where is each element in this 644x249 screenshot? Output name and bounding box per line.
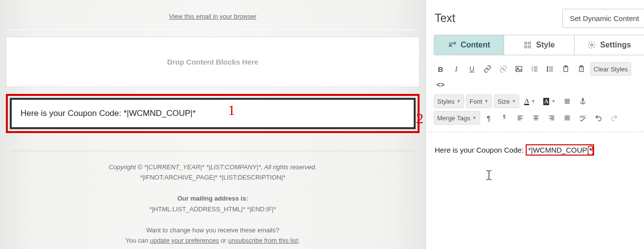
footer-or: or [219, 237, 228, 244]
svg-point-19 [547, 70, 548, 71]
panel-header: Text Set Dynamic Content [426, 0, 644, 35]
annotation-1: 1 [228, 102, 235, 118]
source-code-button[interactable]: <> [434, 78, 447, 91]
view-in-browser-row: View this email in your browser [0, 0, 425, 29]
svg-point-17 [547, 67, 548, 68]
content-icon [448, 41, 457, 49]
image-button[interactable] [512, 62, 526, 76]
tab-content[interactable]: Content [434, 35, 504, 55]
panel-title: Text [435, 12, 455, 25]
anchor-button[interactable] [576, 94, 590, 108]
pilcrow-button[interactable]: ¶ [482, 111, 496, 125]
bg-color-button[interactable]: A▼ [540, 94, 559, 108]
undo-button[interactable] [592, 111, 605, 125]
tab-content-label: Content [461, 41, 490, 49]
svg-text:3: 3 [532, 69, 533, 72]
coupon-text: Here is your Coupon Code: *|WCMND_COUP|* [10, 98, 416, 129]
svg-point-2 [525, 46, 527, 48]
footer-ifnot: *|IFNOT:ARCHIVE_PAGE|* *|LIST:DESCRIPTIO… [140, 174, 285, 181]
unordered-list-button[interactable] [543, 62, 557, 76]
merge-tags-dropdown[interactable]: Merge Tags▼ [434, 111, 480, 125]
unlink-button[interactable] [496, 62, 510, 76]
annotation-2: 2 [416, 110, 423, 127]
size-dropdown[interactable]: Size▼ [494, 94, 519, 108]
spellcheck-button[interactable]: ABC [576, 111, 590, 125]
footer-copyright: Copyright © *|CURRENT_YEAR|* *|LIST:COMP… [109, 163, 316, 171]
tab-style-label: Style [536, 41, 555, 49]
align-left-button[interactable] [513, 111, 527, 125]
align-center-button[interactable] [529, 111, 543, 125]
paste-text-button[interactable]: T [575, 62, 588, 76]
footer-mailing-header: Our mailing address is: [178, 195, 248, 202]
svg-point-29 [582, 98, 584, 100]
tab-settings[interactable]: Settings [575, 35, 644, 55]
align-right-button[interactable] [545, 111, 558, 125]
editor-merge-tag: *|WCMND_COUP|* [526, 144, 594, 156]
align-full-button[interactable] [560, 111, 574, 125]
text-color-button[interactable]: A▼ [521, 94, 538, 108]
svg-point-3 [529, 46, 531, 48]
styles-dropdown[interactable]: Styles▼ [434, 94, 464, 108]
align-justify-button[interactable] [560, 94, 574, 108]
clear-styles-button[interactable]: Clear Styles [590, 62, 631, 76]
style-icon [523, 41, 532, 49]
bold-button[interactable]: B [434, 62, 447, 76]
svg-text:ABC: ABC [579, 115, 586, 118]
footer-change: Want to change how you receive these ema… [146, 226, 279, 234]
text-cursor-icon [486, 170, 492, 180]
svg-text:T: T [581, 68, 583, 71]
ltr-button[interactable] [498, 111, 511, 125]
svg-point-0 [525, 42, 527, 45]
link-button[interactable] [481, 62, 494, 76]
unsubscribe-link[interactable]: unsubscribe from this list [228, 237, 298, 244]
tab-settings-label: Settings [600, 41, 631, 49]
email-canvas: View this email in your browser Drop Con… [0, 0, 425, 249]
svg-rect-6 [516, 67, 522, 72]
spacer [6, 29, 420, 30]
tab-style[interactable]: Style [504, 35, 574, 55]
footer-youcan: You can [126, 237, 150, 244]
footer-mailing: *|HTML:LIST_ADDRESS_HTML|* *|END:IF|* [149, 205, 276, 213]
view-in-browser-link[interactable]: View this email in your browser [169, 13, 257, 20]
redo-button[interactable] [607, 111, 621, 125]
settings-icon [587, 41, 596, 49]
underline-button[interactable]: U [465, 62, 479, 76]
svg-point-4 [591, 44, 593, 46]
footer-period: . [298, 237, 300, 244]
italic-button[interactable]: I [449, 62, 463, 76]
text-editor-area[interactable]: Here is your Coupon Code: *|WCMND_COUP|*… [426, 132, 644, 230]
rich-text-toolbar: B I U 123 T Clear Styles <> Styles▼ Font… [426, 60, 644, 132]
divider [11, 151, 415, 151]
editor-text-prefix: Here is your Coupon Code: [435, 146, 526, 154]
panel-tabs: Content Style Settings [434, 35, 644, 55]
annotation-3: 3 [587, 142, 595, 158]
drop-zone[interactable]: Drop Content Blocks Here [6, 37, 420, 87]
font-dropdown[interactable]: Font▼ [466, 94, 492, 108]
text-editor-panel: Text Set Dynamic Content Content Style S… [425, 0, 644, 249]
svg-point-1 [529, 42, 531, 45]
svg-point-18 [547, 68, 548, 69]
email-footer: Copyright © *|CURRENT_YEAR|* *|LIST:COMP… [0, 162, 425, 249]
update-preferences-link[interactable]: update your preferences [150, 237, 219, 244]
paste-button[interactable] [559, 62, 573, 76]
set-dynamic-content-button[interactable]: Set Dynamic Content [562, 9, 644, 28]
ordered-list-button[interactable]: 123 [528, 62, 541, 76]
coupon-text-block[interactable]: Here is your Coupon Code: *|WCMND_COUP|*… [6, 94, 420, 133]
